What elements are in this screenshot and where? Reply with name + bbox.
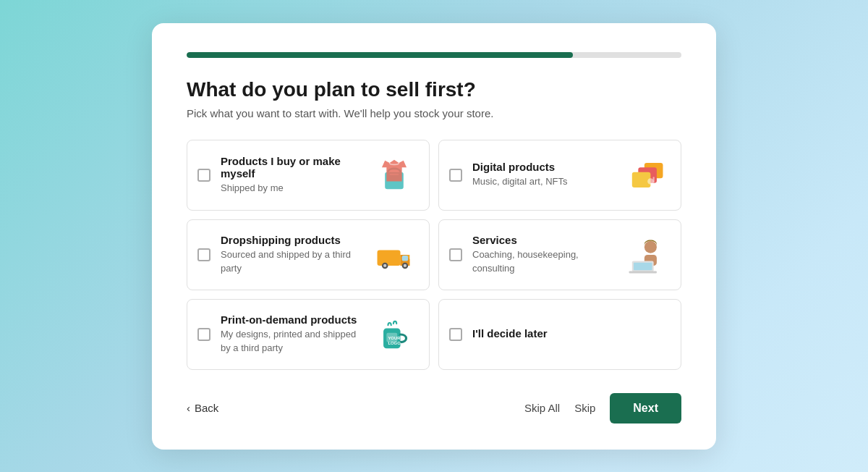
progress-bar-track [187,52,681,58]
option-physical-desc: Shipped by me [221,182,365,195]
shirt-icon [371,152,417,198]
svg-point-5 [647,178,654,185]
option-dropshipping-desc: Sourced and shipped by a third party [221,248,365,274]
options-grid: Products I buy or make myself Shipped by… [187,140,681,370]
page-subheading: Pick what you want to start with. We'll … [187,107,681,119]
svg-rect-17 [629,271,657,273]
svg-point-12 [404,264,407,266]
progress-bar-fill [187,52,573,58]
option-physical-title: Products I buy or make myself [221,155,365,180]
option-digital[interactable]: Digital products Music, digital art, NFT… [438,140,681,211]
truck-icon [371,232,417,278]
page-heading: What do you plan to sell first? [187,78,681,101]
option-pod[interactable]: Print-on-demand products My designs, pri… [187,299,430,370]
svg-rect-4 [632,172,651,187]
checkbox-digital[interactable] [449,169,462,182]
services-icon [623,232,669,278]
footer-right: Skip All Skip Next [524,393,681,423]
option-physical[interactable]: Products I buy or make myself Shipped by… [187,140,430,211]
option-services-title: Services [472,234,617,246]
checkbox-dropshipping[interactable] [197,248,210,261]
progress-bar-container [187,52,681,58]
option-pod-desc: My designs, printed and shipped by a thi… [221,328,365,354]
checkbox-later[interactable] [449,328,462,341]
option-services[interactable]: Services Coaching, housekeeping, consult… [438,219,681,290]
main-card: What do you plan to sell first? Pick wha… [152,23,716,450]
next-button[interactable]: Next [610,393,681,423]
svg-point-13 [644,240,657,253]
option-later-title: I'll decide later [472,327,669,340]
back-chevron-icon: ‹ [187,402,190,414]
svg-text:LOGO: LOGO [388,340,401,345]
pod-icon: YOUR LOGO [371,311,417,358]
svg-text:YOUR: YOUR [388,336,401,340]
option-dropshipping-title: Dropshipping products [221,234,365,246]
svg-rect-8 [402,256,409,261]
svg-rect-16 [634,262,652,270]
option-pod-title: Print-on-demand products [221,313,365,326]
checkbox-pod[interactable] [197,328,210,341]
skip-button[interactable]: Skip [574,402,595,414]
checkbox-physical[interactable] [197,169,210,182]
svg-rect-6 [653,177,655,183]
skip-all-button[interactable]: Skip All [524,402,560,414]
footer: ‹ Back Skip All Skip Next [187,393,681,423]
svg-point-10 [383,264,386,266]
back-label: Back [195,402,218,414]
option-digital-desc: Music, digital art, NFTs [472,175,617,188]
checkbox-services[interactable] [449,248,462,261]
back-button[interactable]: ‹ Back [187,402,218,414]
option-digital-title: Digital products [472,161,617,173]
option-services-desc: Coaching, housekeeping, consulting [472,248,617,274]
option-later[interactable]: I'll decide later [438,299,681,370]
svg-rect-7 [378,250,401,265]
option-dropshipping[interactable]: Dropshipping products Sourced and shippe… [187,219,430,290]
digital-icon [623,152,669,198]
